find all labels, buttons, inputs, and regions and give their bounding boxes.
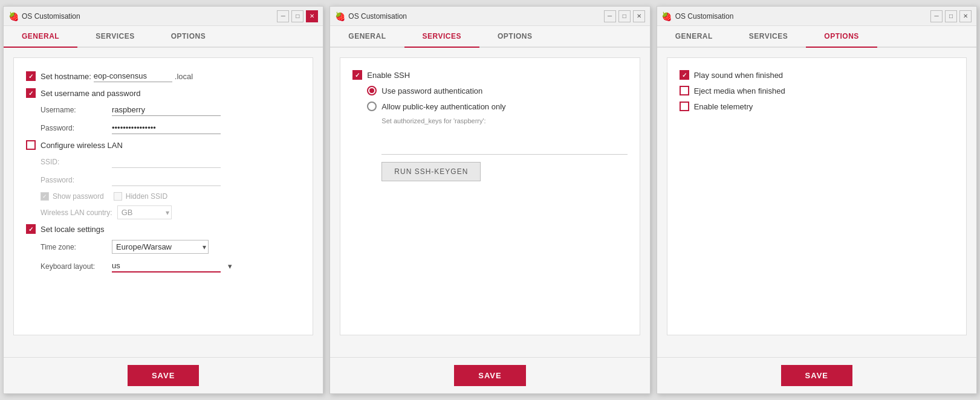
- wireless-lan-row: Configure wireless LAN: [26, 140, 300, 150]
- tab-options-1[interactable]: OPTIONS: [153, 26, 224, 48]
- tab-options-3[interactable]: OPTIONS: [806, 26, 877, 48]
- password-input[interactable]: [112, 122, 221, 134]
- window-title-2: OS Customisation: [348, 12, 603, 21]
- password-auth-radio[interactable]: [367, 86, 377, 95]
- locale-settings-label: Set locale settings: [41, 225, 105, 234]
- maximize-btn-1[interactable]: □: [291, 10, 303, 22]
- locale-settings-checkbox[interactable]: [26, 224, 36, 234]
- window-2: 🍓 OS Customisation ─ □ ✕ GENERAL SERVICE…: [329, 6, 650, 394]
- password-auth-label: Use password authentication: [381, 86, 482, 95]
- raspberry-icon-1: 🍓: [8, 11, 18, 21]
- password-auth-row: Use password authentication: [367, 86, 627, 95]
- show-password-row: Show password Hidden SSID: [41, 192, 300, 201]
- public-key-auth-row: Allow public-key authentication only: [367, 102, 627, 111]
- username-field-row: Username:: [41, 104, 300, 116]
- enable-telemetry-text: Enable telemetry: [694, 102, 753, 111]
- country-select[interactable]: GB US: [117, 205, 172, 219]
- keyboard-row: Keyboard layout: ▾: [41, 260, 300, 273]
- wireless-lan-checkbox-label[interactable]: Configure wireless LAN: [26, 140, 123, 150]
- play-sound-checkbox-label[interactable]: Play sound when finished: [680, 70, 783, 80]
- enable-ssh-label[interactable]: Enable SSH: [352, 70, 410, 80]
- title-bar-2: 🍓 OS Customisation ─ □ ✕: [330, 7, 649, 26]
- tab-content-general-1: Set hostname: .local Set username and pa…: [4, 48, 323, 357]
- hostname-checkbox[interactable]: [26, 71, 36, 81]
- save-btn-1[interactable]: SAVE: [128, 365, 199, 386]
- password-label: Password:: [41, 124, 107, 132]
- show-password-label[interactable]: Show password: [41, 192, 104, 201]
- title-bar-3: 🍓 OS Customisation ─ □ ✕: [657, 7, 976, 26]
- enable-telemetry-checkbox[interactable]: [680, 102, 689, 111]
- tab-services-3[interactable]: SERVICES: [731, 26, 806, 48]
- tab-options-2[interactable]: OPTIONS: [479, 26, 551, 48]
- enable-telemetry-checkbox-label[interactable]: Enable telemetry: [680, 102, 753, 111]
- hostname-suffix: .local: [175, 72, 193, 81]
- window-title-3: OS Customisation: [675, 12, 930, 21]
- window-1: 🍓 OS Customisation ─ □ ✕ GENERAL SERVICE…: [3, 6, 323, 394]
- play-sound-checkbox[interactable]: [680, 70, 689, 80]
- hostname-row: Set hostname: .local: [26, 70, 300, 82]
- keyboard-input[interactable]: [112, 260, 221, 273]
- wireless-password-label: Password:: [41, 176, 107, 184]
- services-content-box: Enable SSH Use password authentication A…: [340, 57, 640, 335]
- username-password-fields: Username: Password:: [41, 104, 300, 134]
- save-bar-2: SAVE: [330, 357, 649, 393]
- timezone-label: Time zone:: [41, 243, 107, 251]
- tab-general-3[interactable]: GENERAL: [657, 26, 731, 48]
- tab-content-options-3: Play sound when finished Eject media whe…: [657, 48, 976, 357]
- maximize-btn-2[interactable]: □: [618, 10, 631, 22]
- tab-bar-2: GENERAL SERVICES OPTIONS: [330, 26, 649, 48]
- maximize-btn-3[interactable]: □: [945, 10, 957, 22]
- raspberry-icon-3: 🍓: [662, 11, 672, 21]
- hostname-input[interactable]: [94, 70, 172, 82]
- minimize-btn-1[interactable]: ─: [277, 10, 289, 22]
- eject-media-row: Eject media when finished: [680, 86, 954, 95]
- username-password-row: Set username and password: [26, 88, 300, 98]
- ssid-field-row: SSID:: [41, 156, 300, 168]
- window-controls-3: ─ □ ✕: [930, 10, 972, 22]
- raspberry-icon-2: 🍓: [335, 11, 345, 21]
- tab-general-1[interactable]: GENERAL: [4, 26, 77, 48]
- public-key-auth-radio[interactable]: [367, 102, 377, 111]
- username-password-checkbox-label[interactable]: Set username and password: [26, 88, 140, 98]
- run-ssh-keygen-btn[interactable]: RUN SSH-KEYGEN: [381, 162, 481, 181]
- wireless-password-field-row: Password:: [41, 174, 300, 186]
- tab-bar-1: GENERAL SERVICES OPTIONS: [4, 26, 323, 48]
- enable-ssh-checkbox[interactable]: [352, 70, 362, 80]
- hidden-ssid-checkbox[interactable]: [114, 192, 122, 201]
- minimize-btn-2[interactable]: ─: [604, 10, 616, 22]
- save-btn-2[interactable]: SAVE: [454, 365, 525, 386]
- enable-ssh-text: Enable SSH: [367, 71, 410, 80]
- show-password-checkbox[interactable]: [41, 192, 49, 201]
- close-btn-2[interactable]: ✕: [633, 10, 645, 22]
- username-input[interactable]: [112, 104, 221, 116]
- wireless-lan-checkbox[interactable]: [26, 140, 36, 150]
- locale-settings-checkbox-label[interactable]: Set locale settings: [26, 224, 105, 234]
- timezone-row: Time zone: Europe/Warsaw UTC: [41, 240, 300, 254]
- ssid-input[interactable]: [112, 156, 221, 168]
- tab-services-1[interactable]: SERVICES: [77, 26, 152, 48]
- tab-content-services-2: Enable SSH Use password authentication A…: [330, 48, 649, 357]
- wireless-password-input[interactable]: [112, 174, 221, 186]
- save-btn-3[interactable]: SAVE: [781, 365, 852, 386]
- password-field-row: Password:: [41, 122, 300, 134]
- eject-media-checkbox-label[interactable]: Eject media when finished: [680, 86, 785, 95]
- hidden-ssid-label[interactable]: Hidden SSID: [114, 192, 167, 201]
- ssh-key-divider: [381, 131, 627, 155]
- authorized-keys-sublabel: Set authorized_keys for 'raspberry':: [381, 117, 627, 124]
- eject-media-checkbox[interactable]: [680, 86, 689, 95]
- country-row: Wireless LAN country: GB US: [41, 205, 300, 219]
- locale-fields: Time zone: Europe/Warsaw UTC Keyboard la…: [41, 240, 300, 273]
- close-btn-1[interactable]: ✕: [306, 10, 318, 22]
- enable-telemetry-row: Enable telemetry: [680, 102, 954, 111]
- enable-ssh-row: Enable SSH: [352, 70, 627, 80]
- save-bar-1: SAVE: [4, 357, 323, 393]
- hidden-ssid-text: Hidden SSID: [126, 192, 167, 201]
- country-label: Wireless LAN country:: [41, 208, 112, 217]
- tab-services-2[interactable]: SERVICES: [404, 26, 479, 48]
- minimize-btn-3[interactable]: ─: [930, 10, 943, 22]
- tab-general-2[interactable]: GENERAL: [330, 26, 404, 48]
- timezone-select[interactable]: Europe/Warsaw UTC: [112, 240, 209, 254]
- username-password-checkbox[interactable]: [26, 88, 36, 98]
- hostname-checkbox-label[interactable]: Set hostname:: [26, 71, 91, 81]
- close-btn-3[interactable]: ✕: [959, 10, 972, 22]
